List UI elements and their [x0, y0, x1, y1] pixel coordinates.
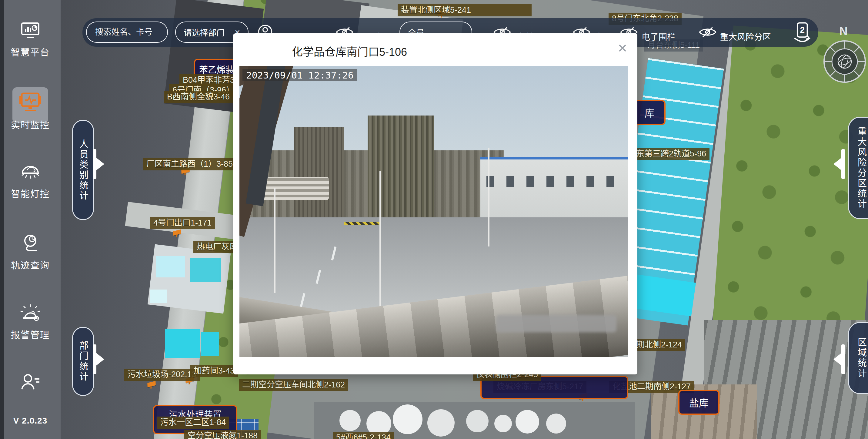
compass-north-label: N: [830, 25, 857, 38]
video-lamp-pole: [274, 188, 276, 293]
sidebar-item-label: 智能灯控: [0, 186, 61, 200]
tab-label: 人员类别统计: [76, 139, 90, 201]
department-placeholder: 请选择部门: [184, 26, 224, 38]
smart-light-icon: [19, 162, 42, 183]
compass-icon[interactable]: [822, 39, 867, 84]
tab-person-category-stats[interactable]: 人员类别统计: [72, 120, 94, 220]
sidebar-item-track-query[interactable]: 轨迹查询: [0, 233, 61, 271]
video-plant-tower: [294, 127, 345, 224]
toggle-fence-label[interactable]: 电子围栏: [642, 30, 676, 42]
app-root: 8号门东北角2-238 装置北侧区域5-241 月台东侧5-111 苯乙烯装卸站…: [0, 0, 868, 439]
camera-modal: 化学品仓库南门口5-106 ×: [233, 33, 638, 374]
sidebar: 智慧平台 实时监控 智能灯控: [0, 0, 61, 439]
tab-area-stats[interactable]: 区域统计: [848, 322, 868, 394]
sidebar-item-alarm-manage[interactable]: 报警管理: [0, 302, 61, 341]
video-curb-stripes: [344, 222, 379, 225]
map-area-warehouse[interactable]: 库: [633, 100, 665, 125]
eye-off-icon[interactable]: [699, 26, 716, 38]
map-label-sewage-dump[interactable]: 污水垃圾场-202.13: [124, 369, 200, 381]
close-icon[interactable]: ×: [618, 40, 627, 56]
sidebar-item-user[interactable]: [0, 372, 61, 392]
video-lamp-pole: [379, 171, 381, 311]
search-input-pill[interactable]: [86, 22, 168, 43]
tab-department-stats[interactable]: 部门统计: [72, 327, 94, 396]
camera-icon[interactable]: [147, 381, 156, 387]
sidebar-item-smart-platform[interactable]: 智慧平台: [0, 21, 61, 58]
svg-text:2: 2: [800, 25, 805, 35]
video-watermark-blur: [496, 315, 617, 332]
sidebar-item-label: 轨迹查询: [0, 258, 61, 271]
map-label-dosing-room[interactable]: 加药间3-43: [190, 365, 238, 377]
search-input[interactable]: [95, 27, 159, 37]
screen-switch-icon[interactable]: 2: [792, 22, 812, 43]
track-query-icon: [19, 233, 42, 255]
modal-title: 化学品仓库南门口5-106: [292, 43, 407, 59]
camera-video-feed: 2023/09/01 12:37:26: [240, 66, 628, 357]
tab-label: 重大风险分区统计: [855, 127, 868, 209]
app-version: V 2.0.23: [0, 416, 61, 426]
realtime-monitor-icon: [18, 91, 42, 115]
map-label-air-compressor[interactable]: 二期空分空压车间北侧2-162: [239, 379, 348, 391]
alarm-manage-icon: [19, 302, 42, 324]
sidebar-item-smart-light[interactable]: 智能灯控: [0, 162, 61, 200]
video-timestamp: 2023/09/01 12:37:26: [243, 69, 357, 81]
sidebar-item-label: 实时监控: [0, 118, 61, 131]
person-list-icon: [19, 372, 42, 392]
map-pool: [156, 256, 185, 277]
video-window-row: [487, 176, 622, 186]
sidebar-item-label: 智慧平台: [0, 45, 61, 58]
toggle-risk-zone-label[interactable]: 重大风险分区: [720, 30, 771, 42]
tab-label: 区域统计: [855, 338, 868, 379]
map-label-gate4-exit[interactable]: 4号门出口1-171: [150, 217, 215, 229]
tab-risk-zone-stats[interactable]: 重大风险分区统计: [848, 117, 868, 219]
map-area-salt-warehouse[interactable]: 盐库: [678, 390, 719, 415]
sidebar-item-realtime-monitor[interactable]: 实时监控: [0, 91, 61, 131]
map-label-sewage-zone[interactable]: 污水一区二区1-84: [157, 416, 229, 429]
map-pool: [165, 329, 200, 358]
map-pool: [190, 258, 221, 282]
sidebar-item-label: 报警管理: [0, 327, 61, 341]
map-label-liquid-nitrogen[interactable]: 空分空压液氮1-188: [184, 430, 261, 439]
map-label-b-southwest[interactable]: B西南侧全貌3-46: [164, 91, 233, 103]
map-label-bottom-cut[interactable]: 5#西6#5-2-134: [333, 432, 394, 439]
map-pool: [150, 290, 167, 303]
video-lamp-pole: [488, 148, 490, 246]
video-plant-tower: [368, 116, 434, 223]
map-label-rail-track[interactable]: 东第三跨2轨道5-96: [633, 148, 710, 160]
map-label-area-5-241[interactable]: 装置北侧区域5-241: [398, 4, 532, 17]
tab-label: 部门统计: [76, 341, 90, 382]
map-pool: [200, 332, 219, 356]
map-storage-tanks: [339, 410, 361, 431]
map-label-south-road[interactable]: 厂区南主路西（1）3-85: [143, 158, 236, 170]
video-blue-pipe: [480, 157, 628, 159]
dashboard-monitor-icon: [20, 21, 41, 42]
